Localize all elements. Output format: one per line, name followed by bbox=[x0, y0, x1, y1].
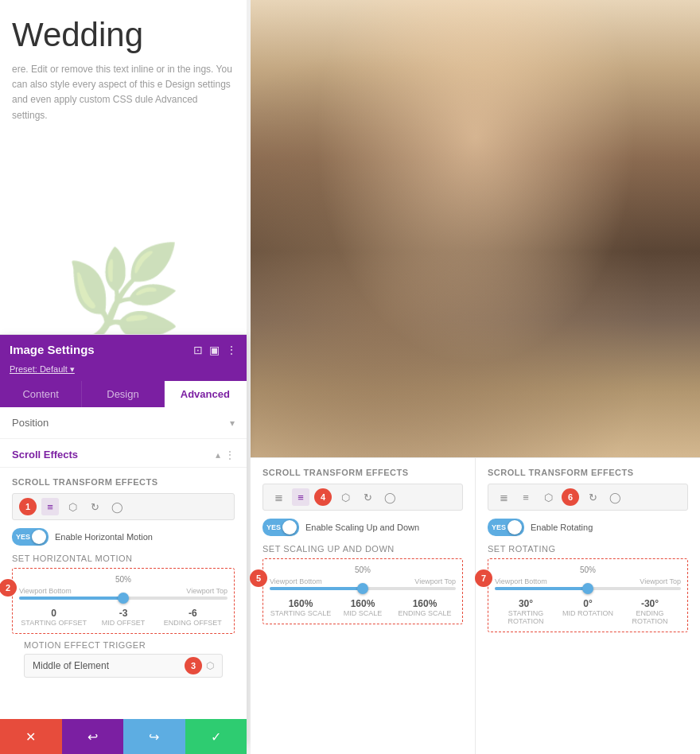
set-rotate-label: Set Rotating bbox=[488, 544, 688, 554]
tab-advanced[interactable]: Advanced bbox=[165, 381, 247, 407]
enable-horizontal-row: YES Enable Horizontal Motion bbox=[12, 528, 235, 546]
redo-icon: ↪ bbox=[149, 729, 159, 744]
mid-rotation: 0° Mid Rotation bbox=[557, 598, 619, 625]
mid-scale-num: 160% bbox=[332, 598, 394, 609]
scroll-effects-collapse[interactable]: ▴ bbox=[216, 449, 220, 461]
scale-slider-thumb[interactable] bbox=[357, 583, 368, 594]
starting-scale-label: Starting Scale bbox=[270, 609, 332, 617]
more-icon[interactable]: ⋮ bbox=[226, 344, 237, 356]
rotate-toggle[interactable]: YES bbox=[488, 519, 524, 536]
set-scale-label: Set Scaling Up and Down bbox=[262, 544, 463, 554]
undo-icon: ↩ bbox=[88, 729, 98, 744]
page-background: Wedding ere. Edit or remove this text in… bbox=[0, 0, 247, 342]
scale-list-icon[interactable]: ≣ bbox=[270, 488, 287, 506]
badge5-container: 5 bbox=[250, 569, 267, 587]
enable-rotate-label: Enable Rotating bbox=[531, 523, 593, 532]
skew-icon[interactable]: ⬡ bbox=[64, 498, 81, 515]
scale-opacity-icon[interactable]: ◯ bbox=[381, 488, 399, 506]
scroll-effects-more[interactable]: ⋮ bbox=[225, 449, 235, 461]
settings-panel: Image Settings ⊡ ▣ ⋮ Preset: Default ▾ C… bbox=[0, 334, 247, 743]
rotate-slider-thumb[interactable] bbox=[582, 583, 593, 594]
scale-toggle-yes: YES bbox=[266, 523, 281, 531]
mid-rotation-label: Mid Rotation bbox=[557, 609, 619, 617]
enable-scale-label: Enable Scaling Up and Down bbox=[305, 523, 419, 532]
badge3-container: 3 bbox=[185, 657, 202, 674]
right-scroll-area: Scroll Transform Effects ≣ ≡ 4 ⬡ ↻ ◯ YES… bbox=[251, 457, 700, 754]
rotate-opacity-icon[interactable]: ◯ bbox=[606, 488, 624, 506]
scale-col-title: Scroll Transform Effects bbox=[262, 468, 463, 477]
scale-skew-icon[interactable]: ⬡ bbox=[336, 488, 354, 506]
transform-icons-row1: 1 ≡ ⬡ ↻ ◯ bbox=[12, 493, 235, 520]
enable-rotate-row: YES Enable Rotating bbox=[488, 519, 688, 536]
preset-link[interactable]: Preset: Default ▾ bbox=[10, 364, 75, 374]
rotate-viewport-bottom: Viewport Bottom bbox=[495, 577, 547, 585]
rotate-skew2-icon[interactable]: ⬡ bbox=[539, 488, 557, 506]
starting-rotation-label: Starting Rotation bbox=[495, 609, 557, 625]
badge-5[interactable]: 5 bbox=[250, 569, 267, 587]
starting-rotation-num: 30° bbox=[495, 598, 557, 609]
select-arrow: ⬡ bbox=[206, 660, 214, 671]
scale-slider-wrapper: 50% Viewport Bottom Viewport Top 5 bbox=[270, 566, 456, 590]
ending-rotation-label: Ending Rotation bbox=[619, 609, 681, 625]
page-body: ere. Edit or remove this text inline or … bbox=[12, 62, 235, 123]
motion-trigger-label: Motion Effect Trigger bbox=[24, 640, 223, 650]
rotate-toggle-yes: YES bbox=[492, 523, 506, 531]
motion-icon[interactable]: ≡ bbox=[41, 498, 59, 515]
ending-scale-label: Ending Scale bbox=[394, 609, 456, 617]
slider-track[interactable] bbox=[19, 597, 228, 600]
viewport-top-label: Viewport Top bbox=[186, 587, 228, 595]
rotate-slider-values: 30° Starting Rotation 0° Mid Rotation -3… bbox=[495, 598, 681, 625]
mid-offset-num: -3 bbox=[88, 608, 158, 619]
slider-fill bbox=[19, 597, 123, 600]
enable-horizontal-label: Enable Horizontal Motion bbox=[55, 532, 153, 542]
transform-icons-row2: ≣ ≡ 4 ⬡ ↻ ◯ bbox=[262, 484, 463, 511]
starting-offset-label: Starting Offset bbox=[19, 619, 88, 627]
trigger-value: Middle of Element bbox=[33, 660, 109, 671]
scale-toggle-knob bbox=[282, 520, 297, 534]
sidebar-icon[interactable]: ▣ bbox=[209, 344, 220, 356]
scale-icon[interactable]: ≡ bbox=[292, 488, 309, 506]
badge2-container: 2 bbox=[0, 579, 17, 597]
expand-icon[interactable]: ⊡ bbox=[193, 344, 203, 356]
slider-thumb[interactable] bbox=[118, 593, 129, 604]
scale-toggle[interactable]: YES bbox=[262, 519, 299, 536]
badge-1[interactable]: 1 bbox=[19, 498, 37, 515]
redo-button[interactable]: ↪ bbox=[123, 719, 185, 754]
toggle-knob bbox=[32, 530, 46, 544]
position-row[interactable]: Position ▾ bbox=[0, 407, 247, 439]
mid-offset-label: Mid Offset bbox=[88, 619, 158, 627]
horizontal-toggle[interactable]: YES bbox=[12, 528, 49, 546]
scale-slider-percent: 50% bbox=[270, 566, 456, 574]
rotate-list-icon[interactable]: ≣ bbox=[495, 488, 512, 506]
undo-button[interactable]: ↩ bbox=[62, 719, 124, 754]
tab-design[interactable]: Design bbox=[82, 381, 164, 407]
page-title: Wedding bbox=[12, 16, 235, 54]
motion-trigger-select[interactable]: Middle of Element 3 ⬡ bbox=[24, 654, 223, 678]
photo-image bbox=[251, 0, 700, 457]
rotate-icon2[interactable]: ↻ bbox=[584, 488, 601, 506]
save-button[interactable]: ✓ bbox=[185, 719, 247, 754]
scale-rotate-icon[interactable]: ↻ bbox=[359, 488, 376, 506]
position-chevron: ▾ bbox=[230, 418, 235, 429]
ending-offset-label: Ending Offset bbox=[158, 619, 228, 627]
badge-2[interactable]: 2 bbox=[0, 579, 17, 597]
badge-3[interactable]: 3 bbox=[185, 657, 202, 674]
rotate-icon[interactable]: ↻ bbox=[86, 498, 103, 515]
set-horizontal-label: Set Horizontal Motion bbox=[12, 554, 235, 563]
rotate-slider-track[interactable] bbox=[495, 587, 681, 590]
badge-7[interactable]: 7 bbox=[475, 569, 492, 587]
opacity-icon[interactable]: ◯ bbox=[108, 498, 126, 515]
badge-4[interactable]: 4 bbox=[314, 488, 332, 506]
scale-slider-values: 160% Starting Scale 160% Mid Scale 160% … bbox=[270, 598, 456, 617]
tab-content[interactable]: Content bbox=[0, 381, 82, 407]
scale-slider-track[interactable] bbox=[270, 587, 456, 590]
rotate-motion-icon[interactable]: ≡ bbox=[517, 488, 535, 506]
panel-body: Position ▾ Scroll Effects ▴ ⋮ Scroll Tra… bbox=[0, 407, 247, 743]
scale-viewport-top: Viewport Top bbox=[414, 577, 456, 585]
panel-preset: Preset: Default ▾ bbox=[0, 363, 247, 381]
starting-offset: 0 Starting Offset bbox=[19, 608, 88, 627]
close-button[interactable]: ✕ bbox=[0, 719, 62, 754]
slider-percent: 50% bbox=[19, 575, 228, 584]
bottom-toolbar: ✕ ↩ ↪ ✓ bbox=[0, 719, 247, 754]
badge-6[interactable]: 6 bbox=[562, 488, 579, 506]
